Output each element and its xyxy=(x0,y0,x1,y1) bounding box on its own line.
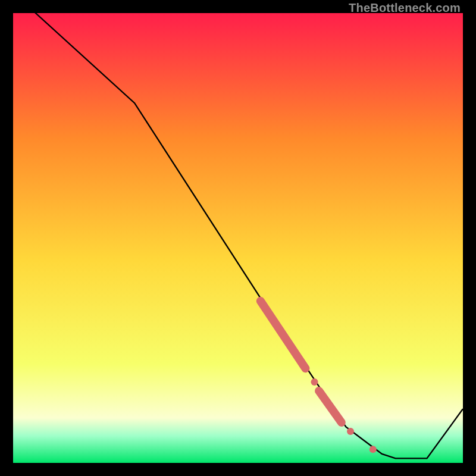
dot-2 xyxy=(347,428,354,435)
gradient-background xyxy=(13,13,463,463)
dot-3 xyxy=(369,446,377,453)
chart-frame xyxy=(13,13,463,463)
watermark-text: TheBottleneck.com xyxy=(349,1,461,15)
dot-1 xyxy=(311,378,318,386)
chart-plot xyxy=(13,13,463,463)
